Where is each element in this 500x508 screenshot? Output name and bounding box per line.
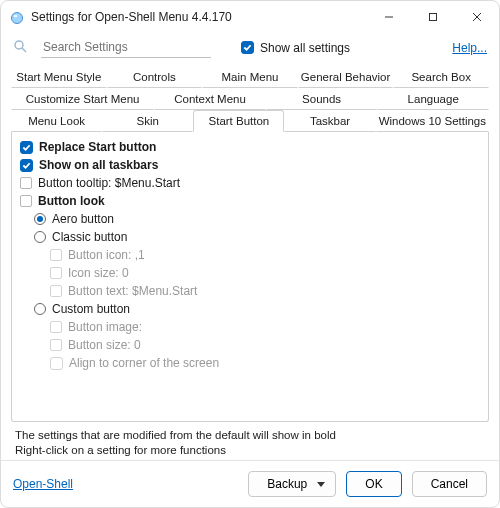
tab-strip: Start Menu Style Controls Main Menu Gene… [1, 66, 499, 132]
text-setting-icon [20, 177, 32, 189]
backup-button[interactable]: Backup [248, 471, 336, 497]
minimize-button[interactable] [367, 2, 411, 32]
svg-rect-3 [430, 14, 437, 21]
search-input[interactable] [41, 39, 211, 55]
setting-label: Button icon: ,1 [68, 247, 145, 263]
cancel-button[interactable]: Cancel [412, 471, 487, 497]
tab-search-box[interactable]: Search Box [393, 66, 489, 88]
setting-label: Aero button [52, 211, 114, 227]
setting-label: Custom button [52, 301, 130, 317]
help-link[interactable]: Help... [452, 41, 487, 55]
text-setting-icon [50, 321, 62, 333]
window-title: Settings for Open-Shell Menu 4.4.170 [31, 10, 367, 24]
tab-skin[interactable]: Skin [102, 110, 193, 132]
ok-button[interactable]: OK [346, 471, 401, 497]
tab-language[interactable]: Language [377, 88, 489, 110]
maximize-button[interactable] [411, 2, 455, 32]
tab-sounds[interactable]: Sounds [266, 88, 378, 110]
settings-window: Settings for Open-Shell Menu 4.4.170 [0, 0, 500, 508]
tab-taskbar[interactable]: Taskbar [284, 110, 375, 132]
hint-line-1: The settings that are modified from the … [15, 428, 487, 443]
checkbox-icon[interactable] [20, 159, 33, 172]
radio-icon[interactable] [34, 213, 46, 225]
svg-point-6 [15, 41, 23, 49]
show-all-settings[interactable]: Show all settings [241, 41, 350, 55]
open-shell-link[interactable]: Open-Shell [13, 477, 73, 491]
tab-general-behavior[interactable]: General Behavior [298, 66, 394, 88]
search-field-wrap [41, 37, 211, 58]
radio-icon[interactable] [34, 231, 46, 243]
setting-label: Button tooltip: $Menu.Start [38, 175, 180, 191]
setting-aero-button[interactable]: Aero button [20, 210, 480, 228]
tab-start-button[interactable]: Start Button [193, 110, 284, 132]
setting-label: Classic button [52, 229, 127, 245]
setting-label: Button text: $Menu.Start [68, 283, 197, 299]
tab-context-menu[interactable]: Context Menu [154, 88, 266, 110]
tab-customize-start-menu[interactable]: Customize Start Menu [11, 88, 154, 110]
text-setting-icon [50, 267, 62, 279]
show-all-checkbox[interactable] [241, 41, 254, 54]
setting-show-on-all-taskbars[interactable]: Show on all taskbars [20, 156, 480, 174]
settings-pane: Replace Start button Show on all taskbar… [11, 132, 489, 422]
setting-custom-button[interactable]: Custom button [20, 300, 480, 318]
svg-point-1 [14, 15, 18, 18]
setting-custom-button-image[interactable]: Button image: [20, 318, 480, 336]
setting-align-corner[interactable]: Align to corner of the screen [20, 354, 480, 372]
tab-menu-look[interactable]: Menu Look [11, 110, 102, 132]
setting-label: Show on all taskbars [39, 157, 158, 173]
setting-classic-button-text[interactable]: Button text: $Menu.Start [20, 282, 480, 300]
setting-button-look[interactable]: Button look [20, 192, 480, 210]
svg-line-7 [22, 48, 26, 52]
search-icon [13, 39, 27, 56]
setting-label: Button look [38, 193, 105, 209]
setting-button-tooltip[interactable]: Button tooltip: $Menu.Start [20, 174, 480, 192]
show-all-label: Show all settings [260, 41, 350, 55]
setting-classic-button[interactable]: Classic button [20, 228, 480, 246]
tab-start-menu-style[interactable]: Start Menu Style [11, 66, 107, 88]
search-row: Show all settings Help... [1, 33, 499, 66]
radio-icon[interactable] [34, 303, 46, 315]
setting-classic-button-icon[interactable]: Button icon: ,1 [20, 246, 480, 264]
setting-classic-icon-size[interactable]: Icon size: 0 [20, 264, 480, 282]
setting-label: Align to corner of the screen [69, 355, 219, 371]
hint-text: The settings that are modified from the … [1, 422, 499, 460]
tab-main-menu[interactable]: Main Menu [202, 66, 298, 88]
backup-label: Backup [267, 477, 307, 491]
app-icon [9, 9, 25, 25]
setting-replace-start-button[interactable]: Replace Start button [20, 138, 480, 156]
setting-label: Button size: 0 [68, 337, 141, 353]
checkbox-icon[interactable] [20, 141, 33, 154]
setting-label: Icon size: 0 [68, 265, 129, 281]
tab-controls[interactable]: Controls [107, 66, 203, 88]
titlebar: Settings for Open-Shell Menu 4.4.170 [1, 1, 499, 33]
svg-point-0 [12, 13, 23, 24]
setting-label: Replace Start button [39, 139, 156, 155]
text-setting-icon [50, 285, 62, 297]
text-setting-icon [50, 339, 62, 351]
checkbox-icon[interactable] [50, 357, 63, 370]
text-setting-icon [50, 249, 62, 261]
close-button[interactable] [455, 2, 499, 32]
group-icon [20, 195, 32, 207]
tab-windows10-settings[interactable]: Windows 10 Settings [376, 110, 489, 132]
setting-label: Button image: [68, 319, 142, 335]
window-controls [367, 2, 499, 32]
hint-line-2: Right-click on a setting for more functi… [15, 443, 487, 458]
setting-custom-button-size[interactable]: Button size: 0 [20, 336, 480, 354]
dialog-footer: Open-Shell Backup OK Cancel [1, 460, 499, 507]
chevron-down-icon [317, 482, 325, 487]
